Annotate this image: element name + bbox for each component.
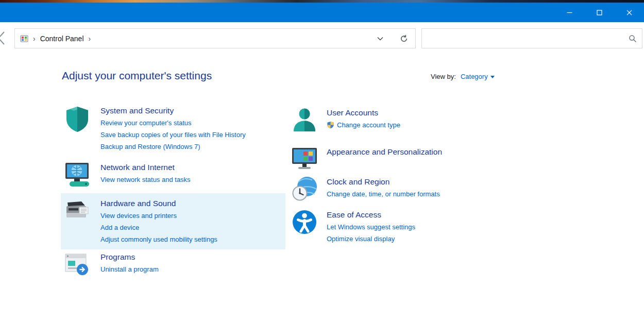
category-hardware-and-sound[interactable]: Hardware and Sound View devices and prin… xyxy=(61,193,285,249)
category-user-accounts: User Accounts Change account type xyxy=(289,99,546,133)
category-title[interactable]: Clock and Region xyxy=(327,176,440,188)
maximize-button[interactable] xyxy=(584,3,614,22)
category-clock-and-region: Clock and Region Change date, time, or n… xyxy=(289,176,546,203)
chevron-down-icon[interactable] xyxy=(377,37,383,41)
category-link[interactable]: Add a device xyxy=(100,222,217,233)
user-silhouette-icon[interactable] xyxy=(291,107,318,133)
control-panel-window: › Control Panel › xyxy=(0,0,644,54)
clock-globe-icon[interactable] xyxy=(291,176,318,203)
search-input[interactable] xyxy=(422,29,642,48)
breadcrumb-separator: › xyxy=(89,35,91,43)
uac-shield-icon xyxy=(327,121,334,129)
category-title[interactable]: Programs xyxy=(100,251,159,263)
breadcrumb-separator: › xyxy=(33,35,36,43)
category-title[interactable]: Appearance and Personalization xyxy=(327,146,442,158)
category-appearance-and-personalization: Appearance and Personalization xyxy=(289,146,546,173)
category-ease-of-access: Ease of Access Let Windows suggest setti… xyxy=(289,209,546,245)
window-controls xyxy=(554,3,644,22)
category-title[interactable]: Ease of Access xyxy=(327,209,415,221)
program-window-icon[interactable] xyxy=(63,251,92,280)
category-link[interactable]: Save backup copies of your files with Fi… xyxy=(100,129,246,141)
category-title[interactable]: Network and Internet xyxy=(100,161,191,174)
refresh-icon[interactable] xyxy=(400,35,408,43)
view-by-value: Category xyxy=(461,73,488,80)
breadcrumb-item-control-panel[interactable]: Control Panel xyxy=(40,35,84,43)
titlebar xyxy=(0,3,644,22)
network-monitor-icon[interactable] xyxy=(63,161,92,190)
category-link[interactable]: Change account type xyxy=(327,119,400,131)
category-link[interactable]: View network status and tasks xyxy=(100,174,191,186)
category-title[interactable]: User Accounts xyxy=(327,107,400,119)
main-content: Adjust your computer's settings View by:… xyxy=(0,54,644,320)
category-link[interactable]: Change date, time, or number formats xyxy=(327,188,440,200)
view-by-dropdown[interactable]: Category xyxy=(461,73,495,80)
control-panel-icon xyxy=(20,35,28,43)
ease-of-access-icon[interactable] xyxy=(291,209,318,235)
address-bar[interactable]: › Control Panel › xyxy=(14,28,416,48)
printer-icon[interactable] xyxy=(63,197,92,226)
minimize-button[interactable] xyxy=(554,3,584,22)
category-title[interactable]: System and Security xyxy=(100,105,246,117)
category-link[interactable]: Review your computer's status xyxy=(100,117,246,129)
back-icon[interactable] xyxy=(0,30,5,46)
navigation-bar: › Control Panel › xyxy=(0,22,644,54)
search-icon xyxy=(629,35,637,45)
category-programs: Programs Uninstall a program xyxy=(61,251,285,280)
category-column-left: System and Security Review your computer… xyxy=(61,99,285,280)
search-box xyxy=(421,28,642,48)
category-title[interactable]: Hardware and Sound xyxy=(100,197,217,210)
category-link[interactable]: Uninstall a program xyxy=(100,263,159,275)
category-column-right: User Accounts Change account type xyxy=(289,99,546,245)
category-link[interactable]: Backup and Restore (Windows 7) xyxy=(100,141,246,153)
close-button[interactable] xyxy=(614,3,644,22)
chevron-down-icon xyxy=(490,76,495,78)
category-link[interactable]: View devices and printers xyxy=(100,210,217,222)
page-title: Adjust your computer's settings xyxy=(62,70,212,82)
category-system-and-security: System and Security Review your computer… xyxy=(61,99,285,153)
category-network-and-internet: Network and Internet View network status… xyxy=(61,161,285,190)
personalization-monitor-icon[interactable] xyxy=(291,146,318,173)
view-by-label: View by: xyxy=(431,73,456,80)
address-bar-controls xyxy=(377,35,408,43)
view-by-control: View by: Category xyxy=(431,73,495,80)
category-link[interactable]: Adjust commonly used mobility settings xyxy=(100,233,217,245)
category-link[interactable]: Optimize visual display xyxy=(327,233,415,245)
security-shield-icon[interactable] xyxy=(63,105,92,133)
category-link[interactable]: Let Windows suggest settings xyxy=(327,221,415,233)
